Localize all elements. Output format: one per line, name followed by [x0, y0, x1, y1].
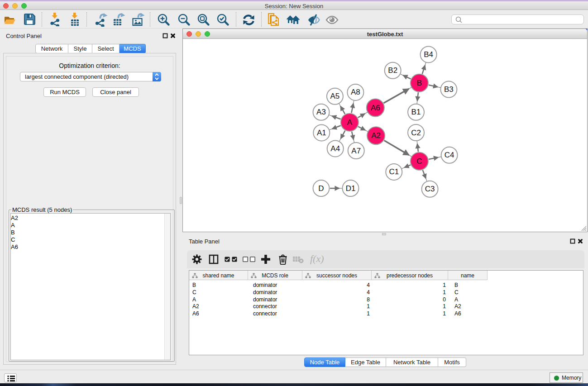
svg-text:D1: D1: [346, 184, 356, 193]
svg-text:B4: B4: [424, 50, 433, 59]
svg-text:B: B: [417, 79, 422, 87]
svg-text:C3: C3: [425, 185, 435, 193]
svg-text:A8: A8: [351, 88, 360, 96]
svg-text:A2: A2: [371, 131, 381, 140]
svg-text:A1: A1: [317, 129, 326, 137]
svg-text:D: D: [318, 184, 324, 193]
svg-text:B1: B1: [411, 108, 421, 116]
svg-text:C1: C1: [389, 167, 399, 176]
svg-text:A3: A3: [316, 108, 326, 116]
svg-text:C4: C4: [445, 151, 454, 159]
svg-text:B3: B3: [444, 85, 454, 94]
svg-text:A7: A7: [351, 147, 361, 155]
svg-text:B2: B2: [388, 66, 397, 75]
svg-text:A: A: [347, 118, 353, 127]
svg-text:A4: A4: [330, 144, 340, 153]
svg-text:A5: A5: [330, 92, 340, 100]
svg-text:C: C: [416, 157, 422, 166]
svg-text:C2: C2: [411, 129, 421, 137]
svg-text:A6: A6: [371, 104, 380, 112]
